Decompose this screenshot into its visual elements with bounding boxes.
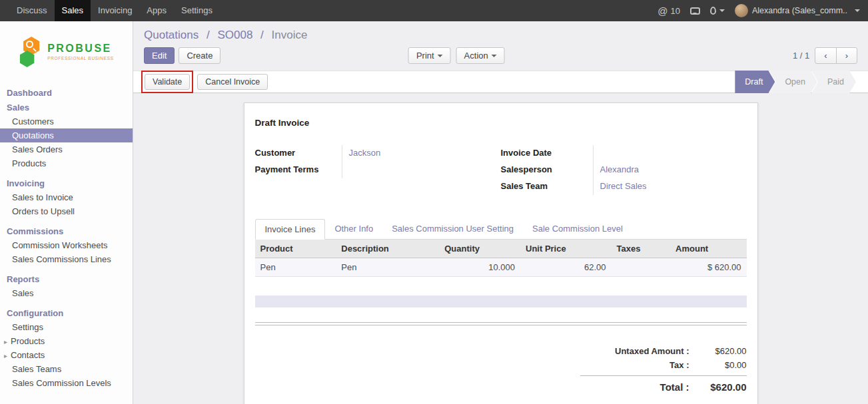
sidebar-item-config-contacts[interactable]: ▸Contacts <box>0 348 133 362</box>
salesperson-value[interactable]: Alexandra <box>593 162 747 178</box>
breadcrumb-quotations[interactable]: Quotations <box>144 29 199 41</box>
action-label: Action <box>464 51 488 61</box>
sidebar-item-sales-orders[interactable]: Sales Orders <box>0 142 133 156</box>
content-area: Draft Invoice Customer Jackson Payment T… <box>133 93 868 404</box>
col-amount: Amount <box>670 240 746 258</box>
at-icon: @ <box>657 5 667 17</box>
empty-line-strip <box>255 296 747 307</box>
invoice-title: Draft Invoice <box>255 118 747 128</box>
menu-sales[interactable]: Sales <box>55 0 91 21</box>
notebook-tabs: Invoice Lines Other Info Sales Commissio… <box>255 219 747 240</box>
avatar <box>735 4 748 17</box>
menu-discuss[interactable]: Discuss <box>9 0 55 21</box>
bug-icon <box>710 7 716 15</box>
status-paid[interactable]: Paid <box>811 71 856 93</box>
untaxed-amount-value: $620.00 <box>699 346 747 356</box>
invoice-form-sheet: Draft Invoice Customer Jackson Payment T… <box>244 102 758 404</box>
tab-sales-commission-user-setting[interactable]: Sales Commission User Setting <box>382 219 523 239</box>
print-button[interactable]: Print <box>408 47 451 64</box>
sidebar-item-dashboard[interactable]: Dashboard <box>0 85 133 100</box>
tab-other-info[interactable]: Other Info <box>325 219 382 239</box>
breadcrumb: Quotations / SO008 / Invoice <box>133 21 868 42</box>
status-pipeline: Draft Open Paid <box>735 71 856 93</box>
chevron-down-icon <box>492 55 497 60</box>
pager-next-button[interactable]: › <box>836 47 857 64</box>
sidebar-item-commission-worksheets[interactable]: Commission Worksheets <box>0 238 133 252</box>
chat-bubble-icon <box>690 7 700 15</box>
chevron-down-icon <box>855 9 860 15</box>
sidebar-item-settings[interactable]: Settings <box>0 320 133 334</box>
sales-team-value[interactable]: Direct Sales <box>593 178 747 195</box>
payment-terms-label: Payment Terms <box>255 162 342 178</box>
sidebar: PROBUSE PROFESSIONAL BUSINESS Dashboard … <box>0 21 133 404</box>
status-draft[interactable]: Draft <box>735 71 775 93</box>
edit-button[interactable]: Edit <box>144 47 175 64</box>
total-value: $620.00 <box>699 381 747 393</box>
breadcrumb-separator: / <box>207 29 210 41</box>
salesperson-label: Salesperson <box>501 162 593 178</box>
cell-product: Pen <box>255 258 336 277</box>
tab-sale-commission-level[interactable]: Sale Commission Level <box>523 219 632 239</box>
cell-quantity: 10.000 <box>439 258 520 277</box>
sidebar-item-sales-commission-levels[interactable]: Sales Commission Levels <box>0 376 133 390</box>
breadcrumb-so008[interactable]: SO008 <box>217 29 252 41</box>
logo-tagline: PROFESSIONAL BUSINESS <box>47 56 114 61</box>
sidebar-item-sales-teams[interactable]: Sales Teams <box>0 362 133 376</box>
statusbar: Validate Cancel Invoice Draft Open Paid <box>133 71 868 93</box>
activity-count-badge: 10 <box>670 6 679 16</box>
sidebar-item-orders-to-upsell[interactable]: Orders to Upsell <box>0 204 133 218</box>
sidebar-section-sales[interactable]: Sales <box>0 100 133 114</box>
user-menu[interactable]: Alexandra (Sales_comm.. <box>735 4 860 17</box>
breadcrumb-separator: / <box>260 29 264 41</box>
print-label: Print <box>416 51 434 61</box>
sidebar-item-quotations[interactable]: Quotations <box>0 128 133 142</box>
sidebar-item-customers[interactable]: Customers <box>0 114 133 128</box>
create-button[interactable]: Create <box>179 47 220 64</box>
invoice-date-value <box>593 145 747 162</box>
chevron-down-icon <box>719 9 725 15</box>
sidebar-item-products[interactable]: Products <box>0 156 133 170</box>
cell-taxes <box>612 258 671 277</box>
control-panel: Edit Create Print Action 1 / 1 ‹ › <box>133 42 868 71</box>
menu-invoicing[interactable]: Invoicing <box>91 0 139 21</box>
invoice-line-row[interactable]: Pen Pen 10.000 62.00 $ 620.00 <box>255 258 747 277</box>
menu-apps[interactable]: Apps <box>139 0 174 21</box>
action-button[interactable]: Action <box>456 47 505 64</box>
sidebar-section-configuration[interactable]: Configuration <box>0 305 133 320</box>
sidebar-item-config-products[interactable]: ▸Products <box>0 334 133 348</box>
chevron-down-icon <box>438 55 443 60</box>
sidebar-item-sales-to-invoice[interactable]: Sales to Invoice <box>0 190 133 204</box>
sidebar-section-commissions[interactable]: Commissions <box>0 224 133 238</box>
pager-previous-button[interactable]: ‹ <box>815 47 836 64</box>
payment-terms-value <box>342 162 501 178</box>
tab-invoice-lines[interactable]: Invoice Lines <box>255 219 326 240</box>
activities-menu[interactable]: @ 10 <box>657 5 680 17</box>
cell-description: Pen <box>336 258 439 277</box>
col-quantity: Quantity <box>439 240 520 258</box>
untaxed-amount-label: Untaxed Amount : <box>615 346 689 356</box>
sidebar-item-sales-commissions-lines[interactable]: Sales Commissions Lines <box>0 252 133 266</box>
field-groups: Customer Jackson Payment Terms Invoice D… <box>255 145 747 195</box>
sidebar-section-invoicing[interactable]: Invoicing <box>0 176 133 190</box>
invoice-date-label: Invoice Date <box>501 145 593 162</box>
table-header-row: Product Description Quantity Unit Price … <box>255 240 747 258</box>
status-open[interactable]: Open <box>769 71 817 93</box>
validate-button[interactable]: Validate <box>145 74 190 90</box>
debug-menu[interactable] <box>710 7 725 15</box>
app-logo: PROBUSE PROFESSIONAL BUSINESS <box>0 21 133 79</box>
col-unit-price: Unit Price <box>520 240 612 258</box>
col-description: Description <box>336 240 439 258</box>
totals-block: Untaxed Amount : $620.00 Tax : $0.00 Tot… <box>580 344 747 395</box>
customer-value[interactable]: Jackson <box>342 145 501 162</box>
sidebar-section-reports[interactable]: Reports <box>0 272 133 286</box>
menu-settings[interactable]: Settings <box>174 0 220 21</box>
cancel-invoice-button[interactable]: Cancel Invoice <box>197 74 268 90</box>
annotation-highlight-box: Validate <box>141 71 193 93</box>
messages-icon[interactable] <box>690 7 700 15</box>
invoice-lines-table: Product Description Quantity Unit Price … <box>255 240 747 277</box>
sidebar-item-reports-sales[interactable]: Sales <box>0 286 133 300</box>
topbar: Discuss Sales Invoicing Apps Settings @ … <box>0 0 868 21</box>
logo-name: PROBUSE <box>47 43 114 54</box>
sidebar-item-label: Contacts <box>11 350 45 360</box>
tax-value: $0.00 <box>699 360 747 370</box>
